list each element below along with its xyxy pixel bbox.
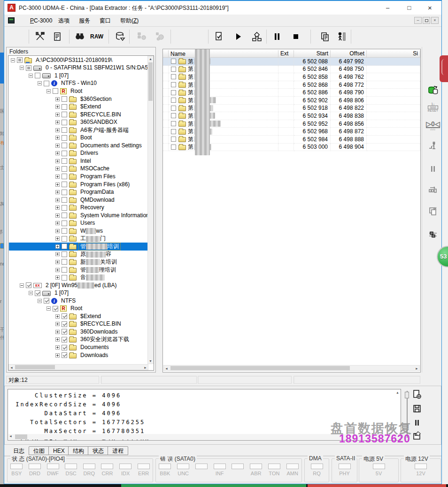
scroll-up-icon[interactable]: ▲ — [148, 56, 153, 61]
collapse-icon[interactable] — [20, 283, 24, 288]
column-header-name[interactable]: Name△ — [169, 50, 278, 58]
scroll-down-icon[interactable]: ▼ — [148, 358, 153, 364]
expand-icon[interactable] — [55, 314, 60, 319]
partition-icon[interactable] — [113, 30, 127, 44]
tree-checkbox[interactable] — [62, 236, 67, 242]
expand-icon[interactable] — [55, 167, 60, 171]
data-copy-icon[interactable] — [426, 84, 440, 96]
tree-checkbox[interactable] — [62, 313, 67, 319]
tree-item[interactable]: ProgramData — [9, 188, 147, 196]
column-header-size[interactable]: Si — [367, 50, 420, 58]
row-checkbox[interactable] — [171, 106, 176, 111]
pause-log-icon[interactable] — [411, 417, 423, 428]
blocks-icon[interactable] — [426, 184, 440, 195]
circuit-icon[interactable] — [426, 141, 440, 152]
expand-icon[interactable] — [55, 275, 60, 280]
map-build-icon[interactable] — [153, 30, 167, 44]
row-checkbox[interactable] — [171, 74, 176, 79]
expand-icon[interactable] — [55, 229, 60, 233]
menu-item-2[interactable]: 服务 — [76, 16, 93, 25]
reset-icon[interactable]: 1↓0|0|0RESET — [426, 102, 440, 112]
collapse-icon[interactable] — [46, 306, 51, 311]
tree-item[interactable]: $RECYCLE.BIN — [9, 111, 147, 119]
tree-checkbox[interactable] — [62, 174, 67, 179]
expand-icon[interactable] — [55, 159, 60, 163]
tree-item[interactable]: RRoot — [9, 305, 147, 313]
task-save-icon[interactable] — [212, 30, 226, 44]
collapse-icon[interactable] — [38, 81, 42, 85]
tree-checkbox[interactable] — [44, 298, 49, 304]
copy-icon[interactable] — [318, 30, 332, 44]
tree-checkbox[interactable] — [35, 73, 40, 78]
file-name-cell[interactable]: 第 — [169, 97, 278, 105]
file-name-cell[interactable]: 第 — [169, 81, 278, 89]
tree-item[interactable]: iNTFS - Win10 — [9, 80, 147, 88]
expand-icon[interactable] — [55, 183, 60, 187]
tree-item[interactable]: 360Downloads — [9, 328, 147, 336]
tree-checkbox[interactable] — [62, 267, 67, 273]
menu-item-1[interactable]: 选项 — [55, 16, 73, 25]
file-name-cell[interactable]: 第 — [169, 144, 278, 152]
tree-item[interactable]: Downloads — [9, 351, 147, 359]
scroll-right-icon[interactable]: ► — [414, 366, 419, 371]
expand-icon[interactable] — [55, 236, 60, 241]
file-name-cell[interactable]: 第 — [169, 136, 278, 144]
expand-icon[interactable] — [55, 260, 60, 264]
file-name-cell[interactable]: 第 — [169, 105, 278, 113]
report-icon[interactable] — [411, 389, 423, 400]
expand-icon[interactable] — [55, 353, 60, 358]
tree-checkbox[interactable] — [62, 321, 67, 327]
tree-checkbox[interactable] — [62, 345, 67, 350]
mdi-restore-button[interactable] — [423, 17, 430, 24]
tree-item[interactable]: Intel — [9, 157, 147, 165]
tab-结构[interactable]: 结构 — [68, 446, 89, 455]
tree-checkbox[interactable] — [62, 104, 67, 110]
tree-checkbox[interactable] — [62, 135, 67, 141]
process-icon[interactable] — [334, 30, 348, 44]
collapse-icon[interactable] — [29, 74, 33, 78]
column-header-sel[interactable] — [163, 50, 169, 58]
row-checkbox[interactable] — [171, 90, 176, 95]
row-checkbox[interactable] — [171, 121, 176, 126]
tree-checkbox[interactable] — [62, 329, 67, 335]
tree-item[interactable]: A6客户端-服务器端 — [9, 126, 147, 134]
scroll-up-icon[interactable]: ▲ — [396, 391, 399, 394]
align-icon[interactable] — [426, 229, 440, 240]
search-icon[interactable] — [73, 30, 87, 44]
expand-icon[interactable] — [55, 105, 60, 109]
expand-icon[interactable] — [55, 252, 60, 256]
file-name-cell[interactable]: 第 — [169, 58, 278, 66]
expand-icon[interactable] — [55, 97, 60, 101]
row-checkbox[interactable] — [171, 67, 176, 72]
expand-icon[interactable] — [55, 345, 60, 350]
expand-icon[interactable] — [55, 144, 60, 148]
expand-icon[interactable] — [55, 128, 60, 132]
floating-red-widget[interactable] — [440, 55, 448, 82]
menu-item-0[interactable]: PC-3000 — [27, 16, 55, 25]
collapse-icon[interactable] — [20, 66, 24, 70]
copy-close-icon[interactable] — [426, 205, 440, 217]
tree-item[interactable]: 0 - SATAFIRM S11 SBFM21W1 S/N:DA5A0 — [9, 64, 147, 72]
tree-checkbox[interactable] — [62, 158, 67, 164]
tree-item[interactable]: System Volume Information — [9, 212, 147, 220]
tree-item[interactable]: Users — [9, 219, 147, 227]
column-header-ext[interactable]: Ext — [278, 50, 294, 58]
save-edit-icon[interactable] — [411, 430, 423, 441]
minimize-button[interactable]: – — [377, 1, 398, 15]
mdi-close-button[interactable]: × — [431, 17, 439, 24]
expand-icon[interactable] — [55, 175, 60, 179]
tree-item[interactable]: $RECYCLE.BIN — [9, 320, 147, 328]
tree-item[interactable]: RRoot — [9, 87, 147, 95]
expand-icon[interactable] — [55, 151, 60, 155]
expand-icon[interactable] — [55, 221, 60, 225]
tree-item[interactable]: 原容 — [9, 251, 147, 259]
tree-checkbox[interactable] — [26, 282, 31, 288]
pause-rail-icon[interactable] — [426, 163, 440, 175]
collapse-icon[interactable] — [38, 299, 42, 303]
row-checkbox[interactable] — [171, 82, 176, 87]
collapse-icon[interactable] — [46, 89, 51, 93]
tree-checkbox[interactable] — [26, 65, 31, 71]
tree-item[interactable]: QMDownload — [9, 196, 147, 204]
column-header-offset[interactable]: Offset — [331, 50, 367, 58]
tree-item[interactable]: EX2 [0F] Win95ed (LBA) — [9, 282, 147, 289]
